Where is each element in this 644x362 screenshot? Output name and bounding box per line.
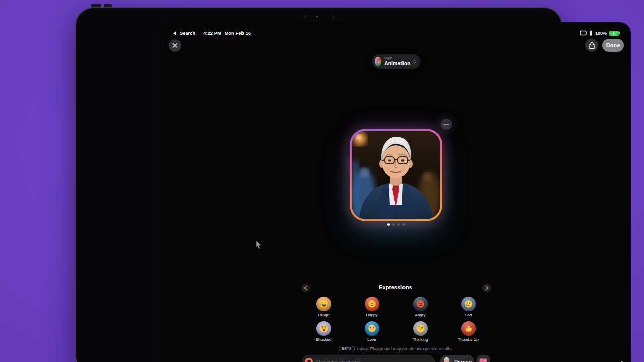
pencil-battery-icon	[589, 30, 593, 36]
chevron-up-down-icon	[413, 59, 416, 65]
close-button[interactable]	[169, 39, 181, 52]
thinking-emoji-icon	[413, 321, 428, 336]
portrait-illustration	[352, 131, 440, 219]
person-avatar	[441, 356, 452, 362]
close-icon	[172, 43, 178, 48]
expressions-grid: LaughHappyAngrySadShockedLoveThinkingThu…	[299, 297, 493, 342]
share-button[interactable]	[585, 39, 598, 52]
more-options-button[interactable]: •••	[441, 119, 452, 130]
status-date: Mon Feb 16	[225, 31, 251, 36]
beta-text: Image Playground may create unexpected r…	[357, 346, 452, 351]
front-camera-icon	[304, 15, 307, 18]
page-dot[interactable]	[397, 223, 400, 226]
generated-image[interactable]	[350, 129, 442, 221]
expression-sad-button[interactable]: Sad	[444, 297, 493, 317]
back-to-app-icon[interactable]	[173, 31, 176, 35]
expression-laugh-button[interactable]: Laugh	[299, 297, 348, 317]
expressions-title: Expressions	[160, 284, 631, 290]
status-bar-right: 100%	[580, 30, 619, 36]
expressions-next-button[interactable]	[482, 284, 491, 292]
status-time: 4:22 PM	[203, 31, 221, 36]
photos-button[interactable]	[476, 355, 490, 362]
laugh-emoji-icon	[316, 297, 331, 311]
expression-label: Thinking	[413, 337, 428, 342]
share-icon	[589, 42, 595, 49]
shocked-emoji-icon	[316, 321, 331, 336]
image-playground-icon	[305, 358, 313, 362]
expression-thumbs-up-button[interactable]: Thumbs Up	[444, 321, 493, 342]
camera-indicator-dot	[316, 16, 318, 17]
expression-label: Angry	[415, 313, 426, 317]
desktop-background: Search 4:22 PM Mon Feb 16 100%	[0, 0, 644, 362]
battery-percent: 100%	[595, 31, 607, 36]
done-button[interactable]: Done	[602, 39, 624, 52]
expression-thinking-button[interactable]: Thinking	[396, 321, 444, 342]
ipad-frame: Search 4:22 PM Mon Feb 16 100%	[75, 7, 562, 362]
style-picker-value: Animation	[384, 60, 410, 66]
thumbs-up-emoji-icon	[461, 321, 476, 336]
back-to-app-label[interactable]: Search	[180, 31, 195, 36]
expression-label: Sad	[465, 313, 472, 317]
page-dot[interactable]	[392, 223, 395, 226]
style-picker-label: Style	[384, 56, 410, 60]
person-chip[interactable]: Person	[440, 355, 474, 362]
expression-label: Shocked	[315, 337, 331, 342]
prompt-field-container	[302, 355, 435, 362]
mouse-cursor	[255, 240, 262, 249]
person-label: Person	[454, 359, 472, 362]
page-dot[interactable]	[403, 223, 405, 226]
expression-label: Laugh	[318, 313, 329, 317]
expression-label: Love	[367, 337, 376, 342]
app-screen: Search 4:22 PM Mon Feb 16 100%	[160, 22, 631, 362]
camera-sensor-icon	[332, 15, 335, 18]
battery-icon	[609, 31, 619, 36]
describe-image-input[interactable]	[316, 359, 430, 362]
happy-emoji-icon	[365, 297, 379, 311]
expression-happy-button[interactable]: Happy	[348, 297, 396, 317]
love-emoji-icon	[365, 321, 379, 336]
expression-label: Happy	[366, 313, 377, 317]
expressions-prev-button[interactable]	[301, 284, 310, 292]
photos-icon	[479, 358, 487, 362]
page-dot[interactable]	[387, 223, 390, 226]
display-mirroring-icon	[580, 30, 587, 36]
chevron-right-icon	[485, 286, 489, 290]
sad-emoji-icon	[461, 297, 476, 311]
expression-angry-button[interactable]: Angry	[396, 297, 444, 317]
style-picker[interactable]: Style Animation	[372, 54, 420, 69]
chevron-left-icon	[304, 286, 307, 290]
expression-shocked-button[interactable]: Shocked	[299, 321, 348, 342]
expression-label: Thumbs Up	[458, 337, 478, 342]
beta-badge: BETA	[339, 346, 355, 351]
style-swirl-icon	[375, 57, 381, 66]
status-bar-left: Search 4:22 PM Mon Feb 16	[173, 31, 251, 36]
page-dots[interactable]	[350, 223, 442, 226]
expression-love-button[interactable]: Love	[348, 321, 396, 342]
angry-emoji-icon	[413, 297, 428, 311]
beta-notice: BETA Image Playground may create unexpec…	[160, 346, 631, 351]
